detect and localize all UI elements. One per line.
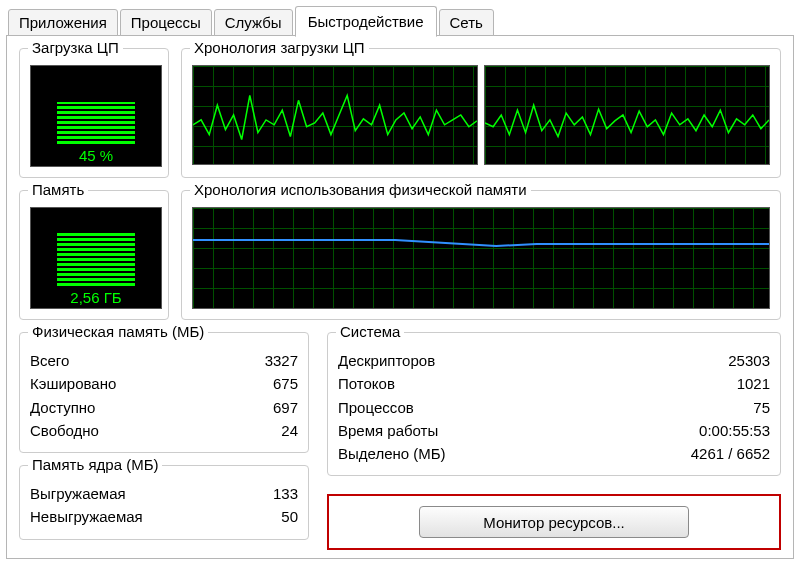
phys-free-value: 24	[281, 419, 298, 442]
tab-bar: Приложения Процессы Службы Быстродействи…	[0, 0, 800, 36]
sys-commit-label: Выделено (МБ)	[338, 442, 446, 465]
tab-applications[interactable]: Приложения	[8, 9, 118, 36]
tab-networking[interactable]: Сеть	[439, 9, 494, 36]
memory-gauge: 2,56 ГБ	[30, 207, 162, 309]
sys-threads-value: 1021	[737, 372, 770, 395]
cpu-history-graph-1	[192, 65, 478, 165]
tab-performance[interactable]: Быстродействие	[295, 6, 437, 37]
sys-handles-value: 25303	[728, 349, 770, 372]
phys-free-label: Свободно	[30, 419, 99, 442]
group-title: Загрузка ЦП	[28, 39, 123, 56]
cpu-gauge: 45 %	[30, 65, 162, 167]
kernel-paged-value: 133	[273, 482, 298, 505]
phys-cached-label: Кэшировано	[30, 372, 116, 395]
group-cpu-usage: Загрузка ЦП 45 %	[19, 48, 169, 178]
task-manager-performance: Приложения Процессы Службы Быстродействи…	[0, 0, 800, 565]
group-title: Хронология загрузки ЦП	[190, 39, 369, 56]
group-memory-history: Хронология использования физической памя…	[181, 190, 781, 320]
cpu-gauge-value: 45 %	[31, 147, 161, 164]
kernel-nonpaged-label: Невыгружаемая	[30, 505, 143, 528]
memory-history-graph	[192, 207, 770, 309]
kernel-nonpaged-value: 50	[281, 505, 298, 528]
kernel-paged-label: Выгружаемая	[30, 482, 126, 505]
sys-procs-label: Процессов	[338, 396, 414, 419]
phys-avail-value: 697	[273, 396, 298, 419]
sys-commit-value: 4261 / 6652	[691, 442, 770, 465]
sys-procs-value: 75	[753, 396, 770, 419]
tab-services[interactable]: Службы	[214, 9, 293, 36]
sys-handles-label: Дескрипторов	[338, 349, 435, 372]
performance-panel: Загрузка ЦП 45 % Хронология загрузки ЦП	[6, 35, 794, 559]
phys-total-value: 3327	[265, 349, 298, 372]
phys-total-label: Всего	[30, 349, 69, 372]
group-title: Память	[28, 181, 88, 198]
group-cpu-history: Хронология загрузки ЦП	[181, 48, 781, 178]
group-physical-memory: Физическая память (МБ) Всего3327 Кэширов…	[19, 332, 309, 453]
phys-cached-value: 675	[273, 372, 298, 395]
cpu-history-graph-2	[484, 65, 770, 165]
group-title: Физическая память (МБ)	[28, 323, 208, 340]
resource-monitor-button[interactable]: Монитор ресурсов...	[419, 506, 689, 538]
sys-threads-label: Потоков	[338, 372, 395, 395]
resource-monitor-highlight: Монитор ресурсов...	[327, 494, 781, 550]
tab-processes[interactable]: Процессы	[120, 9, 212, 36]
group-kernel-memory: Память ядра (МБ) Выгружаемая133 Невыгруж…	[19, 465, 309, 540]
sys-uptime-value: 0:00:55:53	[699, 419, 770, 442]
memory-gauge-value: 2,56 ГБ	[31, 289, 161, 306]
group-title: Система	[336, 323, 404, 340]
group-memory: Память 2,56 ГБ	[19, 190, 169, 320]
group-title: Память ядра (МБ)	[28, 456, 162, 473]
sys-uptime-label: Время работы	[338, 419, 438, 442]
group-title: Хронология использования физической памя…	[190, 181, 531, 198]
group-system: Система Дескрипторов25303 Потоков1021 Пр…	[327, 332, 781, 476]
phys-avail-label: Доступно	[30, 396, 95, 419]
